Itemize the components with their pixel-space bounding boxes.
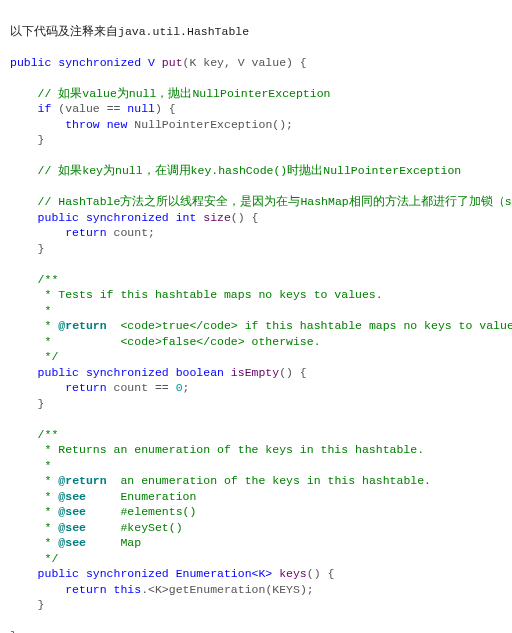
javadoc: * [38, 474, 59, 487]
javadoc: * [38, 304, 52, 317]
brace: } [38, 397, 45, 410]
kw-throw: throw [65, 118, 100, 131]
comment: // 如果value为null，抛出NullPointerException [10, 87, 330, 100]
kw-return: return [65, 381, 106, 394]
kw-return: return [65, 583, 106, 596]
kw-this: this [114, 583, 142, 596]
args: () { [279, 366, 307, 379]
args: (K key, V value) { [183, 56, 307, 69]
javadoc: /** [38, 273, 59, 286]
javadoc: #elements() [86, 505, 196, 518]
brace: } [38, 133, 45, 146]
kw-new: new [107, 118, 128, 131]
javadoc: * [38, 459, 52, 472]
call: .<K>getEnumeration(KEYS); [141, 583, 314, 596]
tag-see: @see [58, 536, 86, 549]
javadoc: * [38, 490, 59, 503]
kw-return: return [65, 226, 106, 239]
tag-see: @see [58, 505, 86, 518]
expr: count == [107, 381, 176, 394]
tag-see: @see [58, 521, 86, 534]
javadoc: * [38, 521, 59, 534]
comment: // HashTable方法之所以线程安全，是因为在与HashMap相同的方法上… [10, 195, 512, 208]
stmt: count; [107, 226, 155, 239]
keywords: public synchronized Enumeration<K> [38, 567, 280, 580]
javadoc: /** [38, 428, 59, 441]
javadoc: Map [86, 536, 141, 549]
javadoc: * [38, 505, 59, 518]
brace: } [38, 242, 45, 255]
javadoc: Enumeration [86, 490, 196, 503]
fn-name: keys [279, 567, 307, 580]
args: () { [307, 567, 335, 580]
sp [107, 583, 114, 596]
fn-name: isEmpty [231, 366, 279, 379]
close: ) { [155, 102, 176, 115]
cond: (value == [51, 102, 127, 115]
code-block: 以下代码及注释来自java.util.HashTable public sync… [0, 0, 512, 633]
comment: // 如果key为null，在调用key.hashCode()时抛出NullPo… [10, 164, 461, 177]
num-zero: 0 [176, 381, 183, 394]
tag-return: @return [58, 474, 106, 487]
javadoc: <code>true</code> if this hashtable maps… [107, 319, 512, 332]
brace: } [10, 629, 17, 633]
kw-if: if [38, 102, 52, 115]
javadoc: * Tests if this hashtable maps no keys t… [38, 288, 383, 301]
javadoc: */ [38, 350, 59, 363]
javadoc: */ [38, 552, 59, 565]
brace: } [38, 598, 45, 611]
javadoc: * [38, 319, 59, 332]
keywords: public synchronized int [38, 211, 204, 224]
javadoc: * [38, 536, 59, 549]
javadoc: * <code>false</code> otherwise. [38, 335, 321, 348]
kw-null: null [127, 102, 155, 115]
args: () { [231, 211, 259, 224]
javadoc: an enumeration of the keys in this hasht… [107, 474, 431, 487]
tag-see: @see [58, 490, 86, 503]
fn-name: put [162, 56, 183, 69]
header-text: 以下代码及注释来自java.util.HashTable [10, 25, 249, 38]
fn-name: size [203, 211, 231, 224]
keywords: public synchronized V [10, 56, 162, 69]
javadoc: * Returns an enumeration of the keys in … [38, 443, 424, 456]
ex: NullPointerException(); [127, 118, 293, 131]
javadoc: #keySet() [86, 521, 183, 534]
keywords: public synchronized boolean [38, 366, 231, 379]
semi: ; [183, 381, 190, 394]
tag-return: @return [58, 319, 106, 332]
